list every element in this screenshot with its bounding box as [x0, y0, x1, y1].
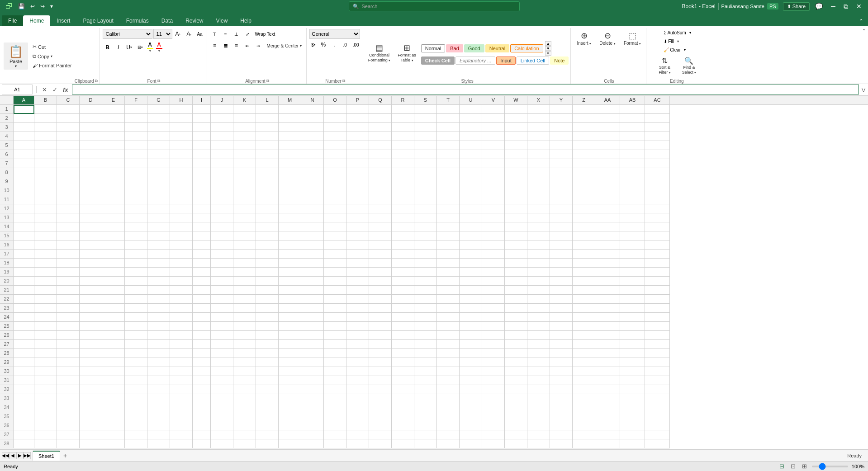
cell-R2[interactable] [392, 114, 414, 123]
cell-Q13[interactable] [369, 213, 392, 222]
cell-O17[interactable] [324, 250, 346, 259]
cell-I15[interactable] [193, 231, 211, 240]
cell-P10[interactable] [346, 186, 369, 195]
cell-T23[interactable] [437, 304, 460, 313]
cell-U35[interactable] [460, 412, 482, 421]
cell-U19[interactable] [460, 268, 482, 277]
cell-B9[interactable] [34, 177, 57, 186]
cell-H28[interactable] [170, 349, 193, 358]
cell-E25[interactable] [102, 322, 125, 331]
cell-AC3[interactable] [645, 123, 670, 132]
cell-M28[interactable] [279, 349, 301, 358]
style-check-cell[interactable]: Check Cell [421, 57, 455, 65]
cell-S4[interactable] [414, 132, 437, 141]
cell-P32[interactable] [346, 385, 369, 394]
cell-D30[interactable] [80, 367, 102, 376]
cell-N20[interactable] [301, 277, 324, 286]
cell-I30[interactable] [193, 367, 211, 376]
row-num[interactable]: 15 [0, 231, 14, 240]
cell-T14[interactable] [437, 222, 460, 231]
cell-Q17[interactable] [369, 250, 392, 259]
cell-M33[interactable] [279, 394, 301, 403]
tab-view[interactable]: View [210, 15, 234, 26]
cell-G5[interactable] [147, 141, 170, 150]
cell-F7[interactable] [125, 159, 147, 168]
cell-I21[interactable] [193, 286, 211, 295]
cell-A21[interactable] [14, 286, 34, 295]
cell-F33[interactable] [125, 394, 147, 403]
decrease-font-button[interactable]: A- [184, 29, 194, 39]
cell-J14[interactable] [211, 222, 233, 231]
confirm-formula-button[interactable]: ✓ [51, 86, 59, 93]
cell-H14[interactable] [170, 222, 193, 231]
cell-D38[interactable] [80, 439, 102, 448]
cell-T29[interactable] [437, 358, 460, 367]
cell-P24[interactable] [346, 313, 369, 322]
accounting-format-button[interactable]: $ ▾ [309, 40, 318, 50]
cell-L28[interactable] [256, 349, 279, 358]
cell-X36[interactable] [527, 421, 550, 430]
style-input[interactable]: Input [496, 57, 515, 65]
row-num[interactable]: 36 [0, 421, 14, 430]
cell-Y18[interactable] [550, 259, 573, 268]
cell-B23[interactable] [34, 304, 57, 313]
cell-H38[interactable] [170, 439, 193, 448]
cell-O9[interactable] [324, 177, 346, 186]
cell-W6[interactable] [505, 150, 527, 159]
cell-M12[interactable] [279, 204, 301, 213]
cell-R18[interactable] [392, 259, 414, 268]
cell-A8[interactable] [14, 168, 34, 177]
cell-C4[interactable] [57, 132, 80, 141]
cell-N10[interactable] [301, 186, 324, 195]
cell-Y28[interactable] [550, 349, 573, 358]
cell-W25[interactable] [505, 322, 527, 331]
cell-E20[interactable] [102, 277, 125, 286]
customize-qat-button[interactable]: ▾ [48, 2, 55, 10]
cell-K2[interactable] [233, 114, 256, 123]
row-num[interactable]: 14 [0, 222, 14, 231]
cell-S28[interactable] [414, 349, 437, 358]
cell-C17[interactable] [57, 250, 80, 259]
cell-Q30[interactable] [369, 367, 392, 376]
cell-R14[interactable] [392, 222, 414, 231]
row-num[interactable]: 35 [0, 412, 14, 421]
cell-L26[interactable] [256, 331, 279, 340]
cell-Z14[interactable] [573, 222, 595, 231]
cell-G23[interactable] [147, 304, 170, 313]
cell-Q22[interactable] [369, 295, 392, 304]
cell-AB36[interactable] [620, 421, 645, 430]
cell-M11[interactable] [279, 195, 301, 204]
cell-Y37[interactable] [550, 430, 573, 439]
cell-A29[interactable] [14, 358, 34, 367]
cell-AA15[interactable] [595, 231, 620, 240]
row-num[interactable]: 5 [0, 141, 14, 150]
cell-A17[interactable] [14, 250, 34, 259]
cell-P34[interactable] [346, 403, 369, 412]
cell-Q11[interactable] [369, 195, 392, 204]
row-num[interactable]: 1 [0, 105, 14, 114]
cell-L18[interactable] [256, 259, 279, 268]
cell-I23[interactable] [193, 304, 211, 313]
cell-X11[interactable] [527, 195, 550, 204]
cell-I27[interactable] [193, 340, 211, 349]
cell-O5[interactable] [324, 141, 346, 150]
cell-V36[interactable] [482, 421, 505, 430]
cell-S5[interactable] [414, 141, 437, 150]
cell-C14[interactable] [57, 222, 80, 231]
cell-AA4[interactable] [595, 132, 620, 141]
cell-O23[interactable] [324, 304, 346, 313]
cell-H27[interactable] [170, 340, 193, 349]
cell-Z17[interactable] [573, 250, 595, 259]
cell-E22[interactable] [102, 295, 125, 304]
cell-A1[interactable] [14, 105, 34, 114]
cell-X18[interactable] [527, 259, 550, 268]
cell-N23[interactable] [301, 304, 324, 313]
cell-AB2[interactable] [620, 114, 645, 123]
cell-R10[interactable] [392, 186, 414, 195]
cell-K11[interactable] [233, 195, 256, 204]
row-num[interactable]: 10 [0, 186, 14, 195]
cell-B16[interactable] [34, 240, 57, 250]
cell-P33[interactable] [346, 394, 369, 403]
cell-U11[interactable] [460, 195, 482, 204]
tab-review[interactable]: Review [179, 15, 209, 26]
